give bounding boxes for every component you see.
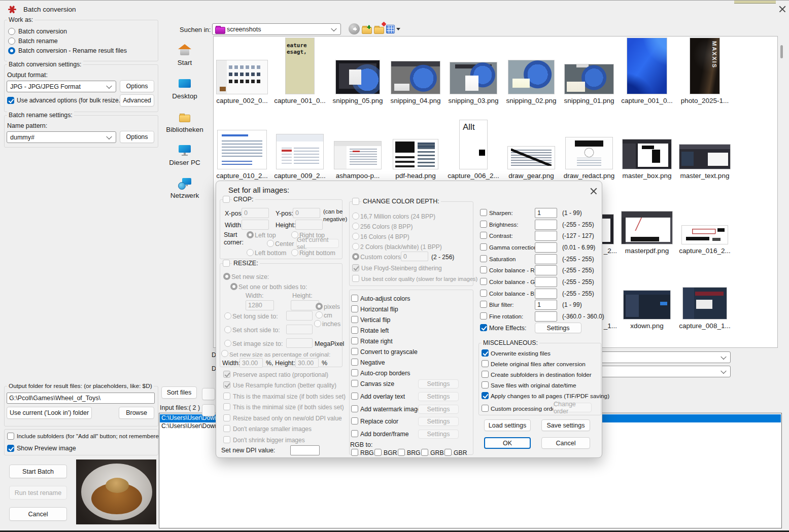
sort-files-button[interactable]: Sort files [161,386,197,399]
file-item[interactable]: master_box.png [618,119,676,184]
window-close-icon[interactable] [778,5,786,13]
library-folder-icon[interactable] [178,111,191,124]
color-depth-radio-0[interactable] [352,212,359,220]
adjust-checkbox-2[interactable] [480,232,487,239]
resize-option-checkbox-0[interactable] [223,371,230,378]
file-item[interactable]: snipping_03.png [444,44,502,109]
format-options-button[interactable]: Options [120,80,154,92]
misc-checkbox-1[interactable] [482,360,489,367]
color-depth-checkbox[interactable] [352,198,359,205]
adjust-checkbox-4[interactable] [480,255,487,262]
adjust-checkbox-0[interactable] [480,209,487,216]
unit-radio-pixels[interactable] [316,303,323,310]
adjust-input[interactable] [535,220,557,230]
desktop-icon[interactable] [178,78,191,91]
best-quality-checkbox[interactable] [352,275,359,282]
advanced-button[interactable]: Advanced [120,94,154,107]
file-item[interactable]: eature esagt,capture_001_0... [271,44,329,109]
long-side-radio[interactable] [224,312,231,320]
resize-option-checkbox-3[interactable] [223,403,230,410]
view-menu-caret-icon[interactable] [396,28,400,32]
new-folder-icon[interactable] [374,25,384,34]
cancel-button[interactable]: Cancel [9,507,67,521]
adjust-checkbox-7[interactable] [480,290,487,297]
transform-checkbox-11[interactable] [351,417,358,424]
adjust-input[interactable] [535,254,557,264]
misc-checkbox-5[interactable] [482,405,489,412]
custom-colors-radio[interactable] [352,253,359,260]
color-depth-radio-1[interactable] [352,223,359,230]
file-item[interactable]: capture_016_2... [676,194,734,259]
more-effects-checkbox[interactable] [480,324,487,331]
name-pattern-select[interactable]: dummy# [7,131,116,143]
file-item[interactable]: snipping_04.png [387,44,444,109]
load-settings-button[interactable]: Load settings [484,419,531,431]
file-item[interactable]: snipping_01.png [560,44,618,109]
file-item[interactable]: pdf-head.png [387,119,444,184]
transform-checkbox-9[interactable] [351,393,358,400]
resize-checkbox[interactable] [223,260,230,267]
resize-option-checkbox-5[interactable] [223,425,230,432]
show-preview-checkbox[interactable] [7,445,14,452]
corner-radio-0[interactable] [247,231,254,238]
file-item[interactable]: MAXXISphoto_2025-1... [676,44,734,109]
output-folder-input[interactable]: G:\Pcoll\Games\Wheel_of_Toys\ [7,393,155,404]
adjust-checkbox-9[interactable] [480,312,487,320]
transform-checkbox-4[interactable] [351,337,358,344]
adjust-input[interactable] [535,242,557,253]
short-side-radio[interactable] [224,326,231,333]
rgb-checkbox-RBG[interactable] [351,449,358,456]
dither-checkbox[interactable] [352,264,359,271]
adjust-checkbox-5[interactable] [480,266,487,273]
unit-radio-cm[interactable] [316,311,323,318]
transform-checkbox-7[interactable] [351,369,358,376]
transform-checkbox-2[interactable] [351,316,358,323]
adjust-input[interactable]: 1 [535,208,557,218]
misc-checkbox-3[interactable] [482,381,489,388]
folder-select[interactable]: screenshots [212,23,341,35]
file-item[interactable]: capture_002_0... [213,44,271,109]
transform-checkbox-10[interactable] [351,405,358,412]
resize-option-checkbox-1[interactable] [223,381,230,388]
use-current-folder-button[interactable]: Use current ('Look in') folder [7,407,92,419]
dialog-close-icon[interactable] [590,187,598,195]
color-depth-radio-2[interactable] [352,233,359,240]
rgb-checkbox-BRG[interactable] [398,449,405,456]
unit-radio-inches[interactable] [314,320,321,327]
transform-checkbox-8[interactable] [351,380,358,387]
transform-checkbox-12[interactable] [351,430,358,437]
start-batch-button[interactable]: Start Batch [9,465,67,478]
file-item[interactable]: capture_001_0... [618,44,676,109]
browse-button[interactable]: Browse [119,407,154,419]
rgb-checkbox-GRB[interactable] [421,449,428,456]
this-pc-icon[interactable] [178,144,191,157]
file-item[interactable]: ashampoo-p... [329,119,387,184]
misc-checkbox-4[interactable] [482,392,489,399]
use-advanced-options-checkbox[interactable] [7,97,14,104]
transform-checkbox-6[interactable] [351,359,358,366]
misc-checkbox-0[interactable] [482,349,489,357]
adjust-checkbox-3[interactable] [480,243,487,251]
work-as-radio-0[interactable] [8,28,15,35]
transform-checkbox-5[interactable] [351,348,358,355]
adjust-input[interactable] [535,231,557,241]
file-item[interactable]: draw_redact.png [560,119,618,184]
rgb-checkbox-GBR[interactable] [444,449,452,456]
percentage-radio[interactable] [221,350,228,357]
adjust-input[interactable] [535,311,557,322]
include-subfolders-checkbox[interactable] [7,433,14,440]
misc-checkbox-2[interactable] [482,371,489,378]
pattern-options-button[interactable]: Options [120,131,154,143]
file-item[interactable]: masterpdf.png [618,194,676,259]
adjust-input[interactable]: 1 [535,300,557,310]
adjust-checkbox-1[interactable] [480,221,487,228]
resize-option-checkbox-2[interactable] [223,393,230,400]
file-item[interactable]: master_text.png [676,119,734,184]
up-folder-icon[interactable] [362,25,372,34]
save-settings-button[interactable]: Save settings [541,419,590,431]
file-item[interactable]: xdown.png [618,269,676,334]
work-as-radio-2[interactable] [8,47,15,54]
cancel-dialog-button[interactable]: Cancel [541,437,590,449]
more-effects-settings-button[interactable]: Settings [535,323,581,333]
network-icon[interactable] [178,177,191,190]
